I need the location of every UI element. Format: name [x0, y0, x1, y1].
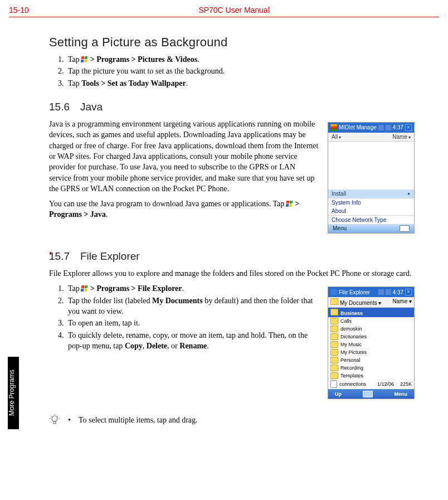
- folder-item[interactable]: demoskin: [328, 325, 414, 333]
- volume-icon: [386, 289, 391, 295]
- svg-line-6: [57, 416, 59, 417]
- start-icon[interactable]: [330, 289, 337, 295]
- window-title: File Explorer: [339, 289, 377, 295]
- file-item[interactable]: connections1/12/06225K: [328, 380, 414, 389]
- menu-system-info[interactable]: System Info: [328, 198, 414, 207]
- svg-rect-1: [53, 421, 56, 424]
- folder-item[interactable]: My Pictures: [328, 348, 414, 356]
- app-icon: [330, 124, 337, 131]
- heading-java: 15.6 Java: [49, 101, 415, 113]
- start-icon: [286, 201, 293, 207]
- folder-item[interactable]: My Music: [328, 341, 414, 348]
- folder-item[interactable]: Personal: [328, 356, 414, 364]
- folder-item[interactable]: Templates: [328, 372, 414, 380]
- screenshot-java: MIDlet Manage 4:37 × All▾ Name▾ Install▸…: [328, 122, 415, 234]
- list-item: Tap > Programs > File Explorer.: [66, 283, 344, 294]
- tip-icon: [49, 414, 60, 426]
- svg-line-5: [51, 416, 52, 417]
- sort-dropdown[interactable]: Name▾: [392, 134, 411, 140]
- manual-title: SP70C User Manual: [198, 6, 270, 14]
- paragraph: Java is a programming environment target…: [49, 119, 327, 194]
- breadcrumb[interactable]: My Documents ▾: [330, 298, 381, 306]
- heading-setting-picture: Setting a Picture as Background: [49, 35, 415, 50]
- menu-install[interactable]: Install▸: [328, 190, 414, 198]
- keyboard-icon[interactable]: [363, 391, 373, 397]
- folder-item[interactable]: Dictionaries: [328, 333, 414, 341]
- signal-icon: [378, 289, 384, 295]
- close-icon[interactable]: ×: [405, 124, 412, 131]
- filter-dropdown[interactable]: All▾: [332, 134, 341, 140]
- close-icon[interactable]: ×: [405, 289, 412, 295]
- signal-icon: [378, 125, 384, 130]
- softkey-up[interactable]: Up: [335, 391, 342, 397]
- list-item: To open an item, tap it.: [66, 318, 344, 328]
- bullet: •: [68, 415, 71, 425]
- folder-item-selected[interactable]: Business: [328, 308, 414, 317]
- list-item: Tap Tools > Set as Today Wallpaper.: [66, 78, 415, 89]
- keyboard-icon[interactable]: [400, 225, 410, 232]
- start-icon: [81, 56, 88, 63]
- list-item: Tap > Programs > Pictures & Videos.: [66, 54, 415, 65]
- start-icon: [81, 285, 88, 292]
- clock: 4:37: [393, 124, 403, 130]
- menu-about[interactable]: About: [328, 207, 414, 215]
- tip-text: To select multiple items, tap and drag.: [79, 415, 198, 425]
- sort-dropdown[interactable]: Name ▾: [393, 298, 412, 306]
- paragraph: File Explorer allows you to explore and …: [49, 268, 415, 279]
- list-item: Tap the picture you want to set as the b…: [66, 66, 415, 76]
- clock: 4:37: [393, 289, 403, 295]
- screenshot-file-explorer: File Explorer 4:37 × My Documents ▾ Name…: [328, 287, 415, 399]
- list-item: Tap the folder list (labeled My Document…: [66, 295, 344, 317]
- header-divider: [9, 17, 439, 17]
- softkey-menu[interactable]: Menu: [395, 391, 408, 397]
- window-title: MIDlet Manage: [339, 124, 377, 130]
- volume-icon: [386, 125, 391, 130]
- svg-point-0: [52, 416, 57, 421]
- softkey-menu[interactable]: Menu: [333, 225, 347, 231]
- section-tab: More Programs: [8, 357, 19, 429]
- page-number: 15-10: [9, 6, 29, 14]
- heading-file-explorer: 15.7 File Explorer: [49, 250, 415, 263]
- folder-item[interactable]: Recording: [328, 364, 414, 372]
- list-item: To quickly delete, rename, copy, or move…: [66, 330, 344, 352]
- menu-choose-network[interactable]: Choose Network Type: [328, 215, 414, 224]
- folder-item[interactable]: Calls: [328, 317, 414, 325]
- paragraph: You can use the Java program to download…: [49, 198, 327, 220]
